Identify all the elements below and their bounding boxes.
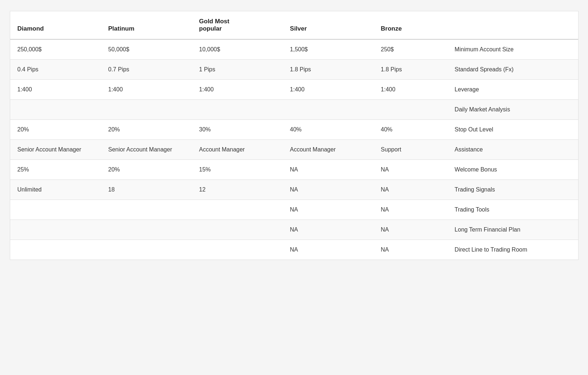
cell-diamond — [10, 200, 101, 220]
cell-gold — [192, 100, 283, 120]
cell-feature: Daily Market Analysis — [447, 100, 578, 120]
table-row: 1:4001:4001:4001:4001:400Leverage — [10, 80, 578, 100]
cell-gold: 30% — [192, 120, 283, 140]
cell-bronze: 40% — [374, 120, 448, 140]
header-gold: Gold Mostpopular — [192, 11, 283, 39]
cell-silver — [283, 100, 373, 120]
table-row: 20%20%30%40%40%Stop Out Level — [10, 120, 578, 140]
cell-diamond: 20% — [10, 120, 101, 140]
cell-silver: 40% — [283, 120, 373, 140]
cell-gold: 12 — [192, 180, 283, 200]
cell-platinum — [101, 200, 192, 220]
cell-platinum: 20% — [101, 160, 192, 180]
cell-gold: Account Manager — [192, 140, 283, 160]
table-row: Daily Market Analysis — [10, 100, 578, 120]
cell-diamond — [10, 220, 101, 240]
cell-diamond: 250,000$ — [10, 39, 101, 60]
cell-feature: Welcome Bonus — [447, 160, 578, 180]
account-comparison-table: Diamond Platinum Gold Mostpopular Silver… — [10, 11, 578, 260]
cell-gold: 1:400 — [192, 80, 283, 100]
cell-platinum: 0.7 Pips — [101, 60, 192, 80]
header-gold-label: Gold Mostpopular — [199, 18, 229, 32]
cell-bronze: Support — [374, 140, 448, 160]
cell-gold: 15% — [192, 160, 283, 180]
table-row: 0.4 Pips0.7 Pips1 Pips1.8 Pips1.8 PipsSt… — [10, 60, 578, 80]
table-row: NANALong Term Financial Plan — [10, 220, 578, 240]
cell-silver: 1.8 Pips — [283, 60, 373, 80]
cell-bronze — [374, 100, 448, 120]
cell-diamond: Senior Account Manager — [10, 140, 101, 160]
cell-platinum: 18 — [101, 180, 192, 200]
cell-gold: 1 Pips — [192, 60, 283, 80]
table-row: 250,000$50,000$10,000$1,500$250$Minimum … — [10, 39, 578, 60]
cell-gold — [192, 220, 283, 240]
cell-bronze: NA — [374, 160, 448, 180]
cell-gold: 10,000$ — [192, 39, 283, 60]
table-row: NANATrading Tools — [10, 200, 578, 220]
cell-platinum: Senior Account Manager — [101, 140, 192, 160]
table-row: Senior Account ManagerSenior Account Man… — [10, 140, 578, 160]
cell-platinum — [101, 220, 192, 240]
cell-bronze: 1.8 Pips — [374, 60, 448, 80]
cell-diamond: 0.4 Pips — [10, 60, 101, 80]
comparison-table-wrapper: Diamond Platinum Gold Mostpopular Silver… — [10, 11, 579, 260]
cell-bronze: NA — [374, 220, 448, 240]
cell-bronze: NA — [374, 180, 448, 200]
cell-diamond: 1:400 — [10, 80, 101, 100]
cell-gold — [192, 240, 283, 260]
cell-feature: Leverage — [447, 80, 578, 100]
cell-platinum: 20% — [101, 120, 192, 140]
cell-bronze: NA — [374, 200, 448, 220]
cell-silver: NA — [283, 200, 373, 220]
cell-bronze: NA — [374, 240, 448, 260]
cell-feature: Long Term Financial Plan — [447, 220, 578, 240]
cell-platinum — [101, 100, 192, 120]
cell-diamond — [10, 240, 101, 260]
cell-bronze: 1:400 — [374, 80, 448, 100]
cell-silver: NA — [283, 160, 373, 180]
cell-feature: Direct Line to Trading Room — [447, 240, 578, 260]
table-row: Unlimited1812NANATrading Signals — [10, 180, 578, 200]
table-header-row: Diamond Platinum Gold Mostpopular Silver… — [10, 11, 578, 39]
cell-silver: NA — [283, 180, 373, 200]
cell-silver: 1,500$ — [283, 39, 373, 60]
cell-gold — [192, 200, 283, 220]
table-row: 25%20%15%NANAWelcome Bonus — [10, 160, 578, 180]
cell-diamond: Unlimited — [10, 180, 101, 200]
cell-feature: Trading Signals — [447, 180, 578, 200]
cell-feature: Stop Out Level — [447, 120, 578, 140]
cell-bronze: 250$ — [374, 39, 448, 60]
cell-platinum: 50,000$ — [101, 39, 192, 60]
table-row: NANADirect Line to Trading Room — [10, 240, 578, 260]
cell-feature: Minimum Account Size — [447, 39, 578, 60]
cell-feature: Trading Tools — [447, 200, 578, 220]
cell-platinum: 1:400 — [101, 80, 192, 100]
cell-silver: 1:400 — [283, 80, 373, 100]
header-feature — [447, 11, 578, 39]
cell-platinum — [101, 240, 192, 260]
cell-silver: Account Manager — [283, 140, 373, 160]
header-silver: Silver — [283, 11, 373, 39]
header-platinum: Platinum — [101, 11, 192, 39]
header-diamond: Diamond — [10, 11, 101, 39]
cell-feature: Standard Spreads (Fx) — [447, 60, 578, 80]
cell-diamond: 25% — [10, 160, 101, 180]
header-bronze: Bronze — [374, 11, 448, 39]
cell-diamond — [10, 100, 101, 120]
cell-silver: NA — [283, 220, 373, 240]
cell-feature: Assistance — [447, 140, 578, 160]
cell-silver: NA — [283, 240, 373, 260]
